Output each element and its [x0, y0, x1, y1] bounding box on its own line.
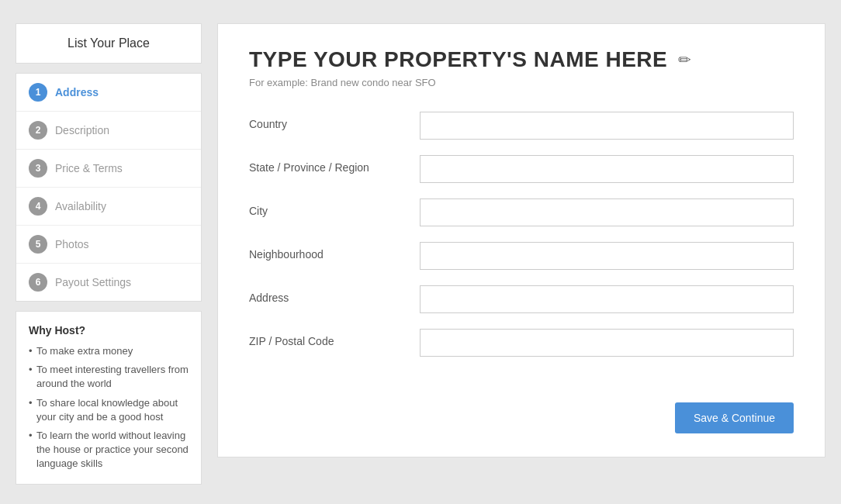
nav-list: 1Address2Description3Price & Terms4Avail… — [16, 73, 202, 302]
form-fields: CountryState / Province / RegionCityNeig… — [249, 112, 794, 357]
form-group-city: City — [249, 198, 794, 226]
form-input-address[interactable] — [420, 285, 794, 313]
form-label-zip-postal-code: ZIP / Postal Code — [249, 329, 420, 347]
form-group-state-province-region: State / Province / Region — [249, 155, 794, 183]
nav-label-4: Availability — [55, 200, 106, 212]
nav-item-photos[interactable]: 5Photos — [16, 226, 201, 264]
nav-label-6: Payout Settings — [55, 276, 131, 288]
nav-badge-2: 2 — [29, 121, 47, 140]
why-host-reason: To learn the world without leaving the h… — [29, 429, 189, 471]
form-label-address: Address — [249, 285, 420, 304]
nav-label-3: Price & Terms — [55, 162, 123, 174]
property-subtitle: For example: Brand new condo near SFO — [249, 77, 794, 88]
nav-badge-6: 6 — [29, 273, 47, 292]
form-input-neighbourhood[interactable] — [420, 242, 794, 270]
form-label-state-province-region: State / Province / Region — [249, 155, 420, 174]
property-title-row: TYPE YOUR PROPERTY'S NAME HERE ✏ — [249, 47, 794, 72]
why-host-box: Why Host? To make extra moneyTo meet int… — [16, 311, 202, 485]
form-label-country: Country — [249, 112, 420, 130]
why-host-title: Why Host? — [29, 324, 189, 337]
nav-badge-4: 4 — [29, 197, 47, 216]
nav-label-2: Description — [55, 124, 109, 136]
nav-item-availability[interactable]: 4Availability — [16, 188, 201, 226]
nav-label-1: Address — [55, 86, 99, 98]
sidebar: List Your Place 1Address2Description3Pri… — [16, 23, 202, 485]
why-host-reason: To make extra money — [29, 344, 189, 358]
form-input-city[interactable] — [420, 198, 794, 226]
form-group-address: Address — [249, 285, 794, 313]
nav-badge-5: 5 — [29, 235, 47, 254]
nav-item-address[interactable]: 1Address — [16, 74, 201, 112]
why-host-reason: To meet interesting travellers from arou… — [29, 363, 189, 391]
form-group-neighbourhood: Neighbourhood — [249, 242, 794, 270]
nav-badge-1: 1 — [29, 83, 47, 102]
form-input-zip-postal-code[interactable] — [420, 329, 794, 357]
form-label-neighbourhood: Neighbourhood — [249, 242, 420, 261]
form-group-zip-postal-code: ZIP / Postal Code — [249, 329, 794, 357]
page-container: List Your Place 1Address2Description3Pri… — [16, 23, 825, 485]
nav-label-5: Photos — [55, 238, 89, 250]
form-input-state-province-region[interactable] — [420, 155, 794, 183]
nav-item-price-&-terms[interactable]: 3Price & Terms — [16, 150, 201, 188]
nav-badge-3: 3 — [29, 159, 47, 178]
why-host-reason: To share local knowledge about your city… — [29, 396, 189, 424]
sidebar-title: List Your Place — [16, 23, 202, 64]
property-title: TYPE YOUR PROPERTY'S NAME HERE — [249, 47, 667, 72]
why-host-list: To make extra moneyTo meet interesting t… — [29, 344, 189, 471]
main-content: TYPE YOUR PROPERTY'S NAME HERE ✏ For exa… — [217, 23, 825, 457]
save-continue-button[interactable]: Save & Continue — [675, 402, 794, 433]
edit-icon[interactable]: ✏ — [678, 50, 691, 69]
form-input-country[interactable] — [420, 112, 794, 140]
form-group-country: Country — [249, 112, 794, 140]
nav-item-description[interactable]: 2Description — [16, 112, 201, 150]
nav-item-payout-settings[interactable]: 6Payout Settings — [16, 264, 201, 301]
form-label-city: City — [249, 198, 420, 217]
